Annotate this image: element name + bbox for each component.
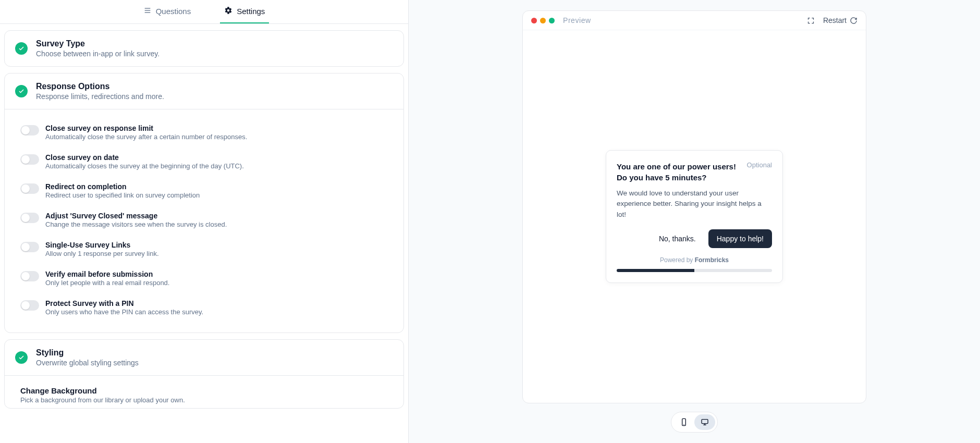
response-option-sub: Redirect user to specified link on surve…	[45, 191, 200, 199]
survey-title: You are one of our power users! Do you h…	[617, 161, 741, 183]
response-option-sub: Only users who have the PIN can access t…	[45, 308, 203, 316]
response-options-title: Response Options	[36, 82, 164, 91]
survey-yes-button[interactable]: Happy to help!	[708, 229, 772, 248]
response-option-sub: Automatically closes the survey at the b…	[45, 162, 244, 170]
card-styling: Styling Overwrite global styling setting…	[4, 339, 404, 409]
survey-progress	[617, 269, 772, 272]
response-option-row: Redirect on completionRedirect user to s…	[20, 176, 388, 205]
check-icon	[15, 42, 28, 55]
card-response-options: Response Options Response limits, redire…	[4, 73, 404, 333]
dot-close-icon	[531, 18, 537, 23]
response-option-row: Single-Use Survey LinksAllow only 1 resp…	[20, 235, 388, 264]
svg-rect-5	[702, 420, 708, 424]
tab-questions[interactable]: Questions	[139, 6, 195, 23]
change-background-title: Change Background	[20, 386, 388, 395]
styling-title: Styling	[36, 348, 139, 358]
gear-icon	[224, 6, 232, 16]
toggle-switch[interactable]	[20, 154, 39, 165]
powered-by-brand: Formbricks	[695, 256, 729, 264]
change-background-sub: Pick a background from our library or up…	[20, 396, 388, 404]
survey-description: We would love to understand your user ex…	[617, 188, 772, 220]
response-option-sub: Automatically close the survey after a c…	[45, 133, 247, 141]
response-option-sub: Change the message visitors see when the…	[45, 220, 227, 228]
response-option-row: Close survey on dateAutomatically closes…	[20, 147, 388, 176]
styling-sub: Overwrite global styling settings	[36, 359, 139, 367]
response-option-title: Close survey on date	[45, 153, 244, 162]
styling-header[interactable]: Styling Overwrite global styling setting…	[5, 340, 403, 375]
response-option-row: Adjust 'Survey Closed' messageChange the…	[20, 205, 388, 235]
device-desktop-button[interactable]	[694, 414, 715, 430]
survey-type-title: Survey Type	[36, 39, 160, 48]
survey-progress-bar	[617, 269, 694, 272]
tab-settings[interactable]: Settings	[220, 6, 269, 23]
response-option-row: Protect Survey with a PINOnly users who …	[20, 293, 388, 322]
fullscreen-button[interactable]	[807, 17, 815, 24]
window-dots	[531, 18, 555, 23]
response-option-row: Close survey on response limitAutomatica…	[20, 118, 388, 147]
dot-min-icon	[540, 18, 546, 23]
preview-label: Preview	[563, 16, 591, 24]
toggle-switch[interactable]	[20, 242, 39, 252]
response-options-sub: Response limits, redirections and more.	[36, 92, 164, 101]
device-switch	[671, 412, 718, 433]
card-survey-type[interactable]: Survey Type Choose between in-app or lin…	[4, 30, 404, 67]
powered-by-prefix: Powered by	[660, 256, 695, 264]
response-options-header[interactable]: Response Options Response limits, redire…	[5, 73, 403, 109]
toggle-switch[interactable]	[20, 213, 39, 223]
dot-max-icon	[549, 18, 555, 23]
toggle-switch[interactable]	[20, 183, 39, 194]
check-icon	[15, 85, 28, 97]
response-option-sub: Only let people with a real email respon…	[45, 279, 169, 287]
restart-label: Restart	[823, 16, 847, 24]
response-option-title: Protect Survey with a PIN	[45, 299, 203, 307]
response-option-title: Close survey on response limit	[45, 124, 247, 132]
response-option-title: Single-Use Survey Links	[45, 241, 159, 249]
survey-optional-label: Optional	[747, 161, 772, 183]
response-option-title: Adjust 'Survey Closed' message	[45, 212, 227, 220]
response-option-row: Verify email before submissionOnly let p…	[20, 264, 388, 293]
toggle-switch[interactable]	[20, 300, 39, 311]
check-icon	[15, 351, 28, 364]
response-option-title: Verify email before submission	[45, 270, 169, 278]
toggle-switch[interactable]	[20, 271, 39, 281]
list-icon	[143, 6, 152, 16]
toggle-switch[interactable]	[20, 125, 39, 136]
response-option-sub: Allow only 1 response per survey link.	[45, 250, 159, 257]
survey-card: You are one of our power users! Do you h…	[606, 150, 783, 283]
tab-questions-label: Questions	[156, 7, 191, 16]
survey-type-sub: Choose between in-app or link survey.	[36, 50, 160, 58]
settings-scroll[interactable]: Survey Type Choose between in-app or lin…	[0, 24, 408, 443]
preview-frame: Preview Restart You are one of our power…	[522, 10, 866, 403]
tab-settings-label: Settings	[237, 7, 265, 16]
survey-no-button[interactable]: No, thanks.	[652, 229, 703, 248]
editor-tabs: Questions Settings	[0, 0, 408, 24]
device-mobile-button[interactable]	[673, 414, 694, 430]
restart-button[interactable]: Restart	[823, 16, 858, 24]
response-option-title: Redirect on completion	[45, 182, 200, 191]
powered-by[interactable]: Powered by Formbricks	[617, 256, 772, 264]
